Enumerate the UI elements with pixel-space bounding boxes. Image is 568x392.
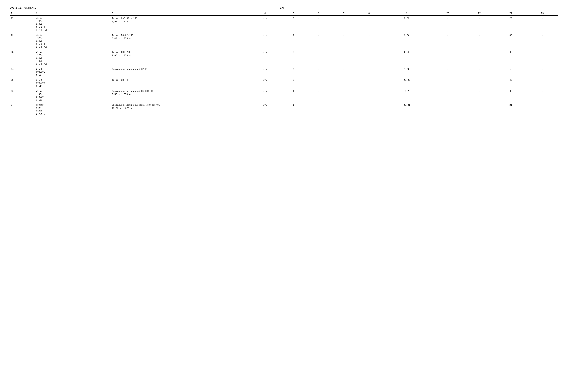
row-c10: - (432, 78, 463, 88)
row-unit: шт. (249, 15, 281, 33)
row-c5: 2 (281, 67, 306, 78)
row-c9: 20,8I (382, 102, 432, 117)
col-header-9: 9 (382, 11, 432, 15)
col-header-1: I (10, 11, 35, 15)
row-c8: - (357, 89, 382, 103)
row-c7: - (331, 15, 357, 33)
row-c12: 3 (495, 89, 526, 103)
row-num: 26 (10, 89, 35, 103)
row-unit: шт. (249, 78, 281, 88)
row-c7: - (331, 50, 357, 67)
row-c5: I (281, 102, 306, 117)
row-c12: 6 (495, 50, 526, 67)
col-header-5: 5 (281, 11, 306, 15)
row-ref: I5-07- -67г., доп.3 4-08i Ц.I-У,т.6 (35, 50, 111, 67)
row-c8: - (357, 67, 382, 78)
doc-code: 903-2-II. Ал.УП,ч.2 (10, 7, 36, 9)
col-header-3: 3 (111, 11, 249, 15)
row-c6: - (306, 33, 331, 50)
row-c13: - (527, 78, 558, 88)
row-c5: 7 (281, 33, 306, 50)
row-c7: - (331, 67, 357, 78)
row-c9: 2,7 (382, 89, 432, 103)
row-c7: - (331, 89, 357, 103)
row-c8: - (357, 50, 382, 67)
row-c10: - (432, 50, 463, 67)
row-desc: То же, ВЗГ-4 (111, 78, 249, 88)
table-row: 27Бровар- ский завод Ц-У,т.6Светильник л… (10, 102, 558, 117)
row-c10: - (432, 102, 463, 117)
col-header-13: I3 (527, 11, 558, 15)
table-row: 25Ц.I-У стр.309 п.II4То же, ВЗГ-4шт.2---… (10, 78, 558, 88)
col-header-4: 4 (249, 11, 281, 15)
row-c13: - (527, 89, 558, 103)
row-c5: 2 (281, 78, 306, 88)
row-c11: - (463, 78, 495, 88)
row-ref: I5-07- -72г., доп.27 п.I-278 Ц.I-У,т.6 (35, 15, 111, 33)
row-c11: - (463, 102, 495, 117)
row-num: 23 (10, 50, 35, 67)
row-desc: Светильник потолочный НБ 006-60 2,50 х 1… (111, 89, 249, 103)
row-c9: 9,06 (382, 33, 432, 50)
row-unit: шт. (249, 89, 281, 103)
row-c11: - (463, 67, 495, 78)
row-desc: То же, СПО-200 2,65 х 1,078 = (111, 50, 249, 67)
row-c12: 29 (495, 15, 526, 33)
row-c13: - (527, 67, 558, 78)
row-unit: шт. (249, 50, 281, 67)
row-num: 24 (10, 67, 35, 78)
row-ref: I5-07- -72г. доп.20 3-163 (35, 89, 111, 103)
row-c9: 9,59 (382, 15, 432, 33)
row-desc: То же, ПО-02-150 8,40 х 1,078 = (111, 33, 249, 50)
row-c7: - (331, 102, 357, 117)
row-c6: - (306, 67, 331, 78)
row-desc: Светильник люминесцентный ЛПО 12-40Б I9,… (111, 102, 249, 117)
row-c13: - (527, 102, 558, 117)
row-ref: Бровар- ский завод Ц-У,т.6 (35, 102, 111, 117)
page-header: 903-2-II. Ал.УП,ч.2 - 176 - (10, 7, 558, 9)
row-num: 25 (10, 78, 35, 88)
row-ref: Ц.I-У стр.309 п.II4 (35, 78, 111, 88)
row-num: 2I (10, 15, 35, 33)
row-c5: I (281, 89, 306, 103)
table-row: 22I5-07- -67г., доп.5 п.I-044 Ц.I-У,т.6Т… (10, 33, 558, 50)
row-c6: - (306, 15, 331, 33)
row-unit: шт. (249, 33, 281, 50)
row-c12: 63 (495, 33, 526, 50)
page-number: - 176 - (36, 7, 528, 9)
row-c6: - (306, 50, 331, 67)
row-ref: I5-07- -67г., доп.5 п.I-044 Ц.I-У,т.6 (35, 33, 111, 50)
row-c13: - (527, 15, 558, 33)
row-c11: - (463, 15, 495, 33)
row-desc: Светильник переносной СР-2 (111, 67, 249, 78)
col-header-11: II (463, 11, 495, 15)
row-c5: 3 (281, 15, 306, 33)
col-header-7: 7 (331, 11, 357, 15)
row-c8: - (357, 78, 382, 88)
table-row: 2II5-07- -72г., доп.27 п.I-278 Ц.I-У,т.6… (10, 15, 558, 33)
row-c8: - (357, 102, 382, 117)
table-row: 26I5-07- -72г. доп.20 3-163Светильник по… (10, 89, 558, 103)
row-num: 27 (10, 102, 35, 117)
row-c6: - (306, 102, 331, 117)
row-c12: 46 (495, 78, 526, 88)
row-c10: - (432, 15, 463, 33)
row-num: 22 (10, 33, 35, 50)
row-c10: - (432, 67, 463, 78)
row-c9: 1,98 (382, 67, 432, 78)
row-c9: 22,90 (382, 78, 432, 88)
col-header-6: 6 (306, 11, 331, 15)
row-c12: 4 (495, 67, 526, 78)
row-c8: - (357, 33, 382, 50)
main-table: I 2 3 4 5 6 7 8 9 IO II I2 I3 2II5-07- -… (10, 11, 558, 117)
col-header-10: IO (432, 11, 463, 15)
row-c8: - (357, 15, 382, 33)
row-c6: - (306, 78, 331, 88)
row-desc: То же, НнП 02 х 100 8,90 х 1,078 = (111, 15, 249, 33)
row-unit: шт. (249, 67, 281, 78)
row-c6: - (306, 89, 331, 103)
col-header-2: 2 (35, 11, 111, 15)
row-c13: - (527, 50, 558, 67)
col-header-8: 8 (357, 11, 382, 15)
row-c12: 2I (495, 102, 526, 117)
